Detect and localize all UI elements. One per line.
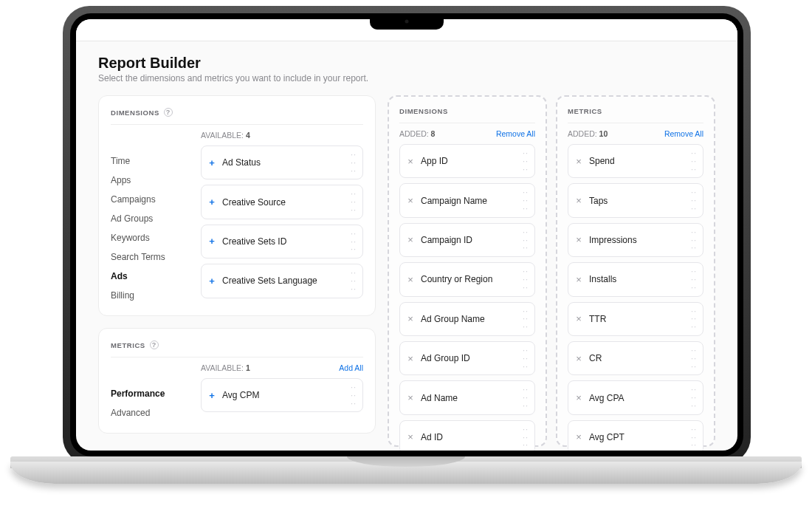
add-icon[interactable]: + [207,391,216,400]
field-pill[interactable]: ×Avg CPT······ [568,420,703,451]
field-pill[interactable]: ×CR······ [568,341,703,375]
field-pill[interactable]: ×App ID······ [399,144,535,178]
drag-handle-icon[interactable]: ······ [523,229,529,251]
metrics-panel: Metrics ? PerformanceAdvanced AVAILABLE: [98,328,376,434]
remove-icon[interactable]: × [574,354,583,363]
dimensions-categories: TimeAppsCampaignsAd GroupsKeywordsSearch… [111,131,201,305]
drag-handle-icon[interactable]: ······ [523,426,529,448]
field-pill[interactable]: +Creative Sets ID······ [201,225,363,258]
drag-handle-icon[interactable]: ······ [523,347,529,369]
field-pill[interactable]: ×Ad Group ID······ [399,341,535,375]
add-icon[interactable]: + [207,276,216,285]
add-icon[interactable]: + [207,237,216,246]
added-metrics-panel[interactable]: Metrics ADDED: 10 Remove All ×Spend····· [556,95,715,447]
drag-handle-icon[interactable]: ······ [523,189,529,211]
help-icon[interactable]: ? [164,108,173,117]
field-pill[interactable]: +Creative Source······ [201,185,363,219]
field-pill[interactable]: ×Ad Group Name······ [399,302,535,336]
drag-handle-icon[interactable]: ······ [523,150,529,172]
field-label: Country or Region [421,274,492,284]
remove-icon[interactable]: × [406,157,415,165]
remove-icon[interactable]: × [574,394,583,403]
field-label: TTR [589,314,606,324]
add-icon[interactable]: + [207,198,216,207]
field-label: Ad Group Name [421,314,485,324]
remove-icon[interactable]: × [406,394,415,403]
field-pill[interactable]: +Avg CPM······ [201,378,363,412]
remove-icon[interactable]: × [406,354,415,363]
drag-handle-icon[interactable]: ······ [523,308,529,330]
field-pill[interactable]: +Creative Sets Language······ [201,264,363,298]
drag-handle-icon[interactable]: ······ [691,308,697,330]
notch [370,13,444,30]
sidebar-item[interactable]: Ad Groups [111,209,201,228]
field-pill[interactable]: ×Campaign Name······ [399,183,535,217]
field-label: Spend [589,156,615,166]
sidebar-item[interactable]: Apps [111,171,201,190]
drag-handle-icon[interactable]: ······ [691,189,697,211]
field-label: Creative Source [222,197,286,208]
field-pill[interactable]: ×TTR······ [568,302,703,336]
field-pill[interactable]: ×Taps······ [568,183,703,217]
drag-handle-icon[interactable]: ······ [351,230,357,253]
drag-handle-icon[interactable]: ······ [523,386,529,408]
field-label: Avg CPM [222,390,259,400]
page-subtitle: Select the dimensions and metrics you wa… [98,73,715,83]
sidebar-item[interactable]: Keywords [111,228,201,247]
drag-handle-icon[interactable]: ······ [351,384,357,406]
field-label: Campaign ID [421,235,472,245]
field-label: Ad Status [222,157,261,168]
drag-handle-icon[interactable]: ······ [691,268,697,290]
remove-icon[interactable]: × [406,315,415,323]
remove-icon[interactable]: × [574,196,583,205]
drag-handle-icon[interactable]: ······ [523,268,529,290]
field-pill[interactable]: ×Country or Region······ [399,262,535,296]
field-pill[interactable]: ×Impressions······ [568,223,703,257]
remove-icon[interactable]: × [406,433,415,442]
sidebar-item[interactable]: Performance [111,384,201,403]
added-dimensions-panel[interactable]: Dimensions ADDED: 8 Remove All ×App ID·· [388,95,547,447]
drag-handle-icon[interactable]: ······ [691,229,697,251]
screen: Report Builder Select the dimensions and… [76,19,737,451]
add-all-link[interactable]: Add All [339,363,363,372]
field-pill[interactable]: ×Spend······ [568,144,703,178]
field-label: Taps [589,196,608,206]
add-icon[interactable]: + [207,158,216,167]
page-title: Report Builder [98,55,715,72]
remove-icon[interactable]: × [406,275,415,284]
field-label: Avg CPA [589,393,625,403]
field-pill[interactable]: ×Avg CPA······ [568,380,703,414]
remove-all-link[interactable]: Remove All [664,129,703,138]
remove-icon[interactable]: × [574,275,583,284]
remove-icon[interactable]: × [574,236,583,244]
drag-handle-icon[interactable]: ······ [351,151,357,174]
remove-icon[interactable]: × [406,236,415,244]
field-pill[interactable]: ×Ad Name······ [399,380,535,414]
drag-handle-icon[interactable]: ······ [691,347,697,369]
drag-handle-icon[interactable]: ······ [691,386,697,408]
sidebar-item[interactable]: Time [111,151,201,171]
field-pill[interactable]: +Ad Status······ [201,145,363,179]
sidebar-item[interactable]: Ads [111,267,201,286]
sidebar-item[interactable]: Advanced [111,403,201,422]
sidebar-item[interactable]: Search Terms [111,247,201,267]
help-icon[interactable]: ? [150,340,159,349]
field-pill[interactable]: ×Ad ID······ [399,420,535,451]
drag-handle-icon[interactable]: ······ [351,270,357,292]
remove-all-link[interactable]: Remove All [496,129,535,138]
available-label: AVAILABLE: 1 [201,363,250,372]
field-pill[interactable]: ×Campaign ID······ [399,223,535,257]
remove-icon[interactable]: × [574,157,583,165]
drag-handle-icon[interactable]: ······ [691,426,697,448]
remove-icon[interactable]: × [574,315,583,323]
drag-handle-icon[interactable]: ······ [691,150,697,172]
sidebar-item[interactable]: Billing [111,286,201,305]
metrics-label: Metrics [568,107,602,115]
sidebar-item[interactable]: Campaigns [111,190,201,209]
remove-icon[interactable]: × [406,196,415,205]
field-label: Campaign Name [421,196,487,206]
field-pill[interactable]: ×Installs······ [568,262,703,296]
drag-handle-icon[interactable]: ······ [351,191,357,213]
remove-icon[interactable]: × [574,433,583,442]
field-label: Ad Group ID [421,353,470,363]
